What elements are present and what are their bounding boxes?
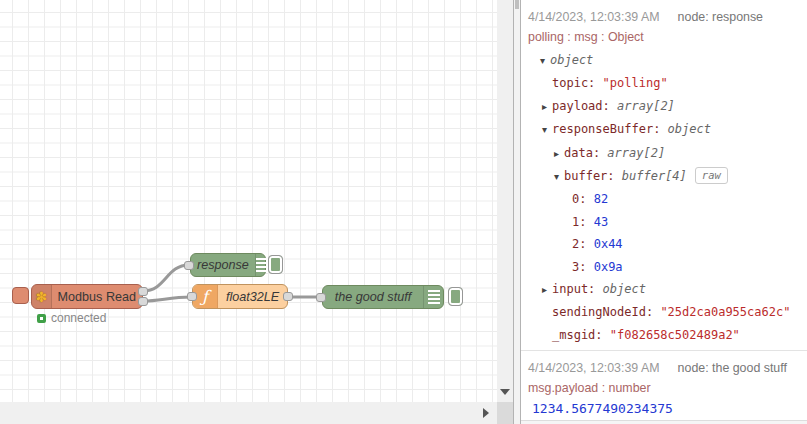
hamburger-icon [428,290,440,304]
response-input-port[interactable] [184,261,194,270]
tree-row: 2: 0x44 [528,233,801,255]
tree-row: 0: 82 [528,188,801,210]
function-f-icon: ƒ [202,289,208,305]
separator-grip[interactable] [515,0,519,9]
debug-sidebar: 4/14/2023, 12:03:39 AM node: response po… [521,0,807,424]
response-debug-toggle-button[interactable] [268,255,283,274]
modbus-node-icon: ✽ [32,285,52,308]
debug-message[interactable]: 4/14/2023, 12:03:39 AM node: the good st… [521,350,807,424]
tree-row: ▸input: object [528,278,801,301]
modbus-output-port-2[interactable] [138,297,148,306]
goodstuff-debug-toggle-button[interactable] [448,287,463,306]
goodstuff-input-port[interactable] [316,293,326,302]
sidebar-separator[interactable] [513,0,521,424]
scroll-down-icon [500,389,510,395]
debug-timestamp: 4/14/2023, 12:03:39 AM [528,7,660,27]
scroll-right-icon [483,408,489,418]
tree-row: 1: 43 [528,211,801,233]
hamburger-icon [256,258,268,272]
collapse-arrow-icon[interactable]: ▾ [542,119,552,141]
scroll-down-button[interactable] [497,384,513,400]
wire-modbus-to-response [143,265,189,291]
modbus-output-port-1[interactable] [138,287,148,296]
tree-row: sendingNodeId: "25d2ca0a955ca62c" [528,301,801,323]
function-input-port[interactable] [187,292,197,301]
expand-arrow-icon[interactable]: ▸ [542,279,552,301]
expand-arrow-icon[interactable]: ▸ [554,143,564,165]
debug-message-path: msg.payload : number [528,378,801,398]
debug-message-path: polling : msg : Object [528,27,801,47]
status-label: connected [51,311,106,325]
debug-message-meta: 4/14/2023, 12:03:39 AM node: response [528,7,801,27]
flow-canvas[interactable]: ✽ Modbus Read connected response ƒ float… [0,0,497,402]
modbus-inject-button[interactable] [12,287,29,304]
status-square-icon [37,314,46,323]
tree-row: _msgid: "f082658c502489a2" [528,324,801,346]
debug-object-tree: ▾object topic: "polling" ▸payload: array… [528,49,801,346]
tree-row: ▾buffer: buffer[4]raw [528,165,801,188]
wire-modbus-to-function [143,297,191,301]
scrollbar-corner [497,402,513,424]
modbus-read-node[interactable]: ✽ Modbus Read [31,284,143,309]
function-node[interactable]: ƒ float32LE [192,284,288,309]
collapse-arrow-icon[interactable]: ▾ [554,166,564,188]
scroll-right-button[interactable] [477,402,495,424]
tree-row: ▸payload: array[2] [528,95,801,118]
modbus-flower-icon: ✽ [35,290,47,304]
collapse-arrow-icon[interactable]: ▾ [540,50,550,72]
function-output-port[interactable] [283,292,293,301]
debug-message-meta: 4/14/2023, 12:03:39 AM node: the good st… [528,358,801,378]
response-debug-node[interactable]: response [190,253,266,277]
goodstuff-output-select [423,286,443,308]
next-message-edge [521,420,807,424]
debug-message[interactable]: 4/14/2023, 12:03:39 AM node: response po… [521,0,807,350]
tree-row: ▾object [528,49,801,72]
debug-timestamp: 4/14/2023, 12:03:39 AM [528,358,660,378]
expand-arrow-icon[interactable]: ▸ [542,96,552,118]
raw-button[interactable]: raw [695,167,728,184]
modbus-status: connected [37,311,106,325]
response-output-select [255,254,268,276]
wires [0,0,497,402]
goodstuff-node-label: the good stuff [323,286,423,308]
debug-source-node: node: the good stuff [678,358,787,378]
vertical-scrollbar[interactable] [497,0,513,402]
horizontal-scrollbar[interactable] [0,402,497,424]
tree-row: 3: 0x9a [528,256,801,278]
tree-row: ▸data: array[2] [528,142,801,165]
tree-row: topic: "polling" [528,72,801,94]
tree-row: ▾responseBuffer: object [528,118,801,141]
modbus-node-label: Modbus Read [52,285,142,308]
function-node-label: float32LE [218,285,287,308]
debug-number-value: 1234.5677490234375 [528,398,801,420]
response-node-label: response [191,254,255,276]
node-red-window: ✽ Modbus Read connected response ƒ float… [0,0,807,424]
debug-source-node: node: response [678,7,763,27]
goodstuff-debug-node[interactable]: the good stuff [322,285,444,309]
